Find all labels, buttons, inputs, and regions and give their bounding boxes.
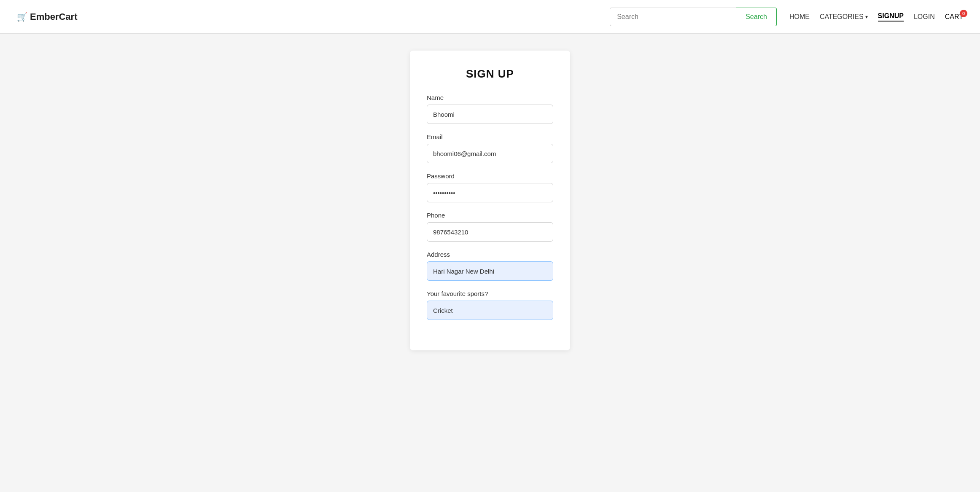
nav-home[interactable]: HOME xyxy=(789,13,810,21)
sports-label: Your favourite sports? xyxy=(427,290,553,297)
address-field-group: Address xyxy=(427,251,553,281)
password-label: Password xyxy=(427,172,553,180)
chevron-down-icon: ▾ xyxy=(865,14,868,20)
email-input[interactable] xyxy=(427,144,553,163)
search-input[interactable] xyxy=(610,8,736,26)
navbar: 🛒 EmberCart Search HOME CATEGORIES ▾ SIG… xyxy=(0,0,980,34)
name-input[interactable] xyxy=(427,105,553,124)
nav-categories[interactable]: CATEGORIES ▾ xyxy=(820,13,868,21)
search-group: Search xyxy=(610,8,777,26)
brand-cart-icon: 🛒 xyxy=(17,12,27,22)
brand-logo[interactable]: 🛒 EmberCart xyxy=(17,11,77,22)
cart-badge: 0 xyxy=(960,10,967,17)
main-content: SIGN UP Name Email Password Phone Addres… xyxy=(0,34,980,376)
sports-input[interactable] xyxy=(427,301,553,320)
signup-card: SIGN UP Name Email Password Phone Addres… xyxy=(410,51,570,350)
email-field-group: Email xyxy=(427,133,553,163)
phone-input[interactable] xyxy=(427,222,553,242)
phone-field-group: Phone xyxy=(427,212,553,242)
nav-cart[interactable]: CART 0 xyxy=(945,13,963,21)
nav-signup[interactable]: SIGNUP xyxy=(878,12,904,22)
signup-title: SIGN UP xyxy=(427,67,553,81)
categories-label: CATEGORIES xyxy=(820,13,864,21)
phone-label: Phone xyxy=(427,212,553,219)
brand-name: EmberCart xyxy=(30,11,77,22)
nav-login[interactable]: LOGIN xyxy=(914,13,935,21)
sports-field-group: Your favourite sports? xyxy=(427,290,553,320)
address-label: Address xyxy=(427,251,553,258)
navbar-links: HOME CATEGORIES ▾ SIGNUP LOGIN CART 0 xyxy=(789,12,963,22)
name-label: Name xyxy=(427,94,553,101)
name-field-group: Name xyxy=(427,94,553,124)
address-input[interactable] xyxy=(427,261,553,281)
password-input[interactable] xyxy=(427,183,553,202)
search-button[interactable]: Search xyxy=(736,8,777,26)
password-field-group: Password xyxy=(427,172,553,202)
email-label: Email xyxy=(427,133,553,140)
